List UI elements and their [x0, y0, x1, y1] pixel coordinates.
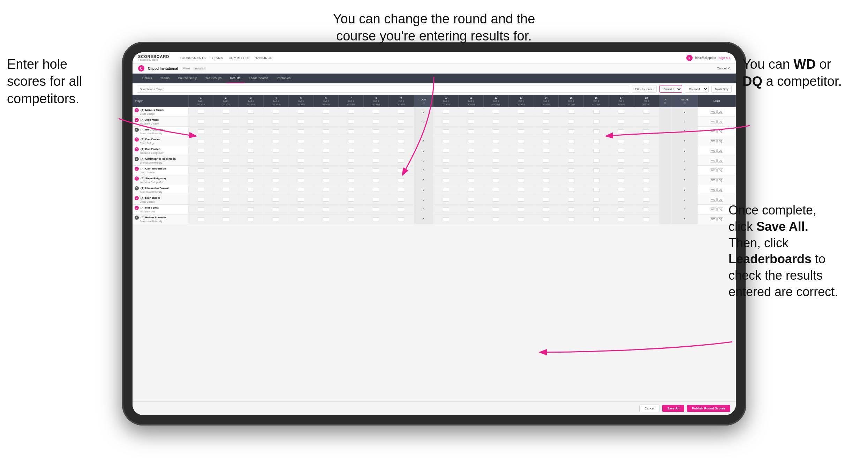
wd-button[interactable]: WD [710, 149, 717, 153]
score-h2[interactable] [213, 156, 239, 166]
score-input-h12[interactable] [493, 217, 499, 221]
score-input-h8[interactable] [373, 208, 379, 211]
score-input-h13[interactable] [518, 149, 524, 153]
score-input-h14[interactable] [543, 208, 549, 211]
score-h1[interactable] [188, 166, 213, 175]
score-h11[interactable] [459, 214, 484, 224]
score-input-h13[interactable] [518, 188, 524, 192]
score-input-h18[interactable] [643, 159, 649, 163]
dq-button[interactable]: DQ [717, 120, 724, 123]
score-input-h10[interactable] [443, 139, 449, 143]
wd-button[interactable]: WD [710, 168, 717, 172]
score-input-h16[interactable] [593, 159, 599, 163]
score-h2[interactable] [213, 185, 239, 195]
score-input-h11[interactable] [468, 188, 474, 192]
score-input-h7[interactable] [348, 168, 354, 172]
score-input-h8[interactable] [373, 139, 379, 143]
score-h16[interactable] [584, 156, 609, 166]
score-h8[interactable] [364, 127, 389, 136]
score-input-h4[interactable] [273, 188, 279, 192]
score-h15[interactable] [559, 117, 584, 127]
score-input-h2[interactable] [223, 129, 229, 133]
score-h5[interactable] [288, 146, 314, 156]
score-h1[interactable] [188, 107, 213, 117]
score-input-h16[interactable] [593, 178, 599, 182]
score-h8[interactable] [364, 117, 389, 127]
score-h16[interactable] [584, 127, 609, 136]
score-input-h18[interactable] [643, 217, 649, 221]
score-input-h12[interactable] [493, 120, 499, 123]
score-input-h10[interactable] [443, 110, 449, 114]
score-input-h17[interactable] [618, 217, 624, 221]
score-input-h6[interactable] [323, 110, 329, 114]
score-h12[interactable] [483, 107, 508, 117]
score-h16[interactable] [584, 214, 609, 224]
score-input-h4[interactable] [273, 149, 279, 153]
score-input-h6[interactable] [323, 149, 329, 153]
score-input-h15[interactable] [568, 208, 574, 211]
score-input-h9[interactable] [398, 149, 404, 153]
score-input-h14[interactable] [543, 159, 549, 163]
score-h1[interactable] [188, 127, 213, 136]
score-input-h3[interactable] [248, 217, 254, 221]
wd-button[interactable]: WD [710, 217, 717, 221]
score-h13[interactable] [508, 175, 534, 185]
score-h18[interactable] [634, 195, 659, 205]
search-input[interactable] [137, 85, 629, 93]
score-input-h13[interactable] [518, 198, 524, 202]
score-h3[interactable] [239, 136, 264, 146]
score-h12[interactable] [483, 127, 508, 136]
score-h7[interactable] [339, 205, 364, 214]
score-input-h13[interactable] [518, 129, 524, 133]
score-h7[interactable] [339, 107, 364, 117]
score-input-h11[interactable] [468, 120, 474, 123]
score-input-h13[interactable] [518, 208, 524, 211]
score-input-h1[interactable] [198, 139, 204, 143]
score-h13[interactable] [508, 146, 534, 156]
score-h7[interactable] [339, 185, 364, 195]
score-input-h7[interactable] [348, 110, 354, 114]
score-h9[interactable] [388, 166, 414, 175]
score-h13[interactable] [508, 117, 534, 127]
nav-committee[interactable]: COMMITTEE [229, 55, 249, 61]
score-input-h17[interactable] [618, 110, 624, 114]
score-h15[interactable] [559, 166, 584, 175]
score-input-h6[interactable] [323, 129, 329, 133]
score-h10[interactable] [433, 185, 459, 195]
score-input-h12[interactable] [493, 159, 499, 163]
score-input-h15[interactable] [568, 178, 574, 182]
wd-button[interactable]: WD [710, 139, 717, 143]
score-h13[interactable] [508, 107, 534, 117]
score-input-h8[interactable] [373, 178, 379, 182]
wd-button[interactable]: WD [710, 178, 717, 182]
score-input-h10[interactable] [443, 168, 449, 172]
score-h9[interactable] [388, 127, 414, 136]
score-h6[interactable] [314, 117, 339, 127]
score-h3[interactable] [239, 205, 264, 214]
score-input-h9[interactable] [398, 139, 404, 143]
score-input-h7[interactable] [348, 139, 354, 143]
score-h6[interactable] [314, 166, 339, 175]
score-h18[interactable] [634, 214, 659, 224]
score-input-h10[interactable] [443, 198, 449, 202]
wd-button[interactable]: WD [710, 120, 717, 123]
score-h8[interactable] [364, 107, 389, 117]
score-input-h8[interactable] [373, 149, 379, 153]
score-h4[interactable] [263, 185, 288, 195]
score-input-h7[interactable] [348, 198, 354, 202]
score-h5[interactable] [288, 175, 314, 185]
score-input-h17[interactable] [618, 159, 624, 163]
score-input-h7[interactable] [348, 129, 354, 133]
score-input-h9[interactable] [398, 208, 404, 211]
score-h5[interactable] [288, 166, 314, 175]
score-h18[interactable] [634, 146, 659, 156]
score-input-h14[interactable] [543, 120, 549, 123]
score-input-h14[interactable] [543, 168, 549, 172]
score-h9[interactable] [388, 107, 414, 117]
score-input-h10[interactable] [443, 217, 449, 221]
score-input-h7[interactable] [348, 188, 354, 192]
score-h15[interactable] [559, 136, 584, 146]
score-h5[interactable] [288, 156, 314, 166]
score-h9[interactable] [388, 156, 414, 166]
score-input-h17[interactable] [618, 198, 624, 202]
